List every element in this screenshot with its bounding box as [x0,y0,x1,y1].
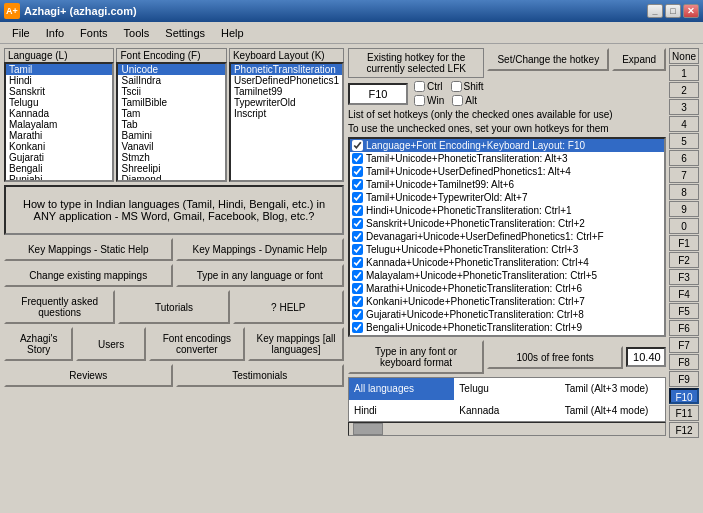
sidebar-number-item[interactable]: F7 [669,337,699,353]
font-encoding-item[interactable]: Diamond [118,174,224,182]
hindi-cell[interactable]: Hindi [349,400,454,422]
hotkey-checkbox[interactable] [352,192,363,203]
story-tab[interactable]: Azhagi's Story [4,327,73,361]
hotkey-list-item[interactable]: Language+Font Encoding+Keyboard Layout: … [350,139,664,152]
key-mappings-tab[interactable]: Key mappings [all languages] [248,327,344,361]
keyboard-header[interactable]: Keyboard Layout (K) [229,48,344,62]
sidebar-number-item[interactable]: 0 [669,218,699,234]
menu-item-help[interactable]: Help [213,25,252,41]
hotkey-list-item[interactable]: Bengali+Unicode+PhoneticTransliteration:… [350,321,664,334]
hotkey-list-item[interactable]: Konkani+Unicode+PhoneticTransliteration:… [350,295,664,308]
keyboard-item[interactable]: Tamilnet99 [231,86,342,97]
font-encoding-item[interactable]: Tab [118,119,224,130]
hotkey-list-item[interactable]: Marathi+Unicode+PhoneticTransliteration:… [350,282,664,295]
sidebar-number-item[interactable]: 1 [669,65,699,81]
ctrl-checkbox[interactable] [414,81,425,92]
sidebar-number-item[interactable]: F6 [669,320,699,336]
hotkey-checkbox[interactable] [352,218,363,229]
sidebar-number-item[interactable]: F8 [669,354,699,370]
testimonials-tab[interactable]: Testimonials [176,364,345,387]
tamil-alt4-cell[interactable]: Tamil (Alt+4 mode) [560,400,665,422]
change-mappings-button[interactable]: Change existing mappings [4,264,173,287]
scrollbar-thumb[interactable] [353,423,383,435]
hotkey-list-item[interactable]: Gujarati+Unicode+PhoneticTransliteration… [350,308,664,321]
hotkey-checkbox[interactable] [352,322,363,333]
sidebar-number-item[interactable]: F2 [669,252,699,268]
key-mappings-static-button[interactable]: Key Mappings - Static Help [4,238,173,261]
shift-checkbox[interactable] [451,81,462,92]
menu-item-info[interactable]: Info [38,25,72,41]
language-item[interactable]: Malayalam [6,119,112,130]
hotkey-list-item[interactable]: Malayalam+Unicode+PhoneticTransliteratio… [350,269,664,282]
menu-item-tools[interactable]: Tools [116,25,158,41]
sidebar-number-item[interactable]: 8 [669,184,699,200]
faq-button[interactable]: Frequently asked questions [4,290,115,324]
hotkey-list-item[interactable]: Tamil+Unicode+Tamilnet99: Alt+6 [350,178,664,191]
sidebar-number-item[interactable]: F3 [669,269,699,285]
sidebar-number-item[interactable]: F11 [669,405,699,421]
language-item[interactable]: Sanskrit [6,86,112,97]
sidebar-number-item[interactable]: F4 [669,286,699,302]
sidebar-number-item[interactable]: F1 [669,235,699,251]
maximize-button[interactable]: □ [665,4,681,18]
sidebar-number-item[interactable]: F12 [669,422,699,438]
hotkeys-list[interactable]: Language+Font Encoding+Keyboard Layout: … [348,137,666,337]
language-item[interactable]: Konkani [6,141,112,152]
font-encoding-item[interactable]: TamilBible [118,97,224,108]
sidebar-number-item[interactable]: 3 [669,99,699,115]
all-languages-cell[interactable]: All languages [349,378,454,400]
win-checkbox[interactable] [414,95,425,106]
shift-checkbox-label[interactable]: Shift [451,81,484,92]
set-hotkey-button[interactable]: Set/Change the hotkey [487,48,609,71]
minimize-button[interactable]: _ [647,4,663,18]
win-checkbox-label[interactable]: Win [414,95,444,106]
keyboard-item[interactable]: UserDefinedPhonetics1 [231,75,342,86]
hotkey-list-item[interactable]: Hindi+Unicode+PhoneticTransliteration: C… [350,204,664,217]
sidebar-number-item[interactable]: F9 [669,371,699,387]
hotkey-checkbox[interactable] [352,309,363,320]
hotkey-checkbox[interactable] [352,153,363,164]
key-mappings-dynamic-button[interactable]: Key Mappings - Dynamic Help [176,238,345,261]
language-item[interactable]: Punjabi [6,174,112,182]
hotkey-list-item[interactable]: Tamil+Unicode+UserDefinedPhonetics1: Alt… [350,165,664,178]
sidebar-number-item[interactable]: 5 [669,133,699,149]
hotkey-checkbox[interactable] [352,244,363,255]
close-button[interactable]: ✕ [683,4,699,18]
sidebar-number-item[interactable]: 9 [669,201,699,217]
reviews-tab[interactable]: Reviews [4,364,173,387]
menu-item-file[interactable]: File [4,25,38,41]
font-encoding-item[interactable]: SailIndra [118,75,224,86]
hotkey-checkbox[interactable] [352,179,363,190]
language-item[interactable]: Kannada [6,108,112,119]
hotkey-checkbox[interactable] [352,270,363,281]
menu-item-settings[interactable]: Settings [157,25,213,41]
language-list[interactable]: TamilHindiSanskritTeluguKannadaMalayalam… [4,62,114,182]
language-item[interactable]: Hindi [6,75,112,86]
hotkey-checkbox[interactable] [352,257,363,268]
hotkey-list-item[interactable]: Telugu+Unicode+PhoneticTransliteration: … [350,243,664,256]
font-encoding-item[interactable]: Stmzh [118,152,224,163]
tutorials-button[interactable]: Tutorials [118,290,229,324]
sidebar-number-item[interactable]: 2 [669,82,699,98]
keyboard-item[interactable]: Inscript [231,108,342,119]
font-encoding-item[interactable]: Shreelipi [118,163,224,174]
expand-button[interactable]: Expand [612,48,666,71]
language-header[interactable]: Language (L) [4,48,114,62]
font-encoding-header[interactable]: Font Encoding (F) [116,48,226,62]
sidebar-number-item[interactable]: 4 [669,116,699,132]
sidebar-number-item[interactable]: 6 [669,150,699,166]
horizontal-scrollbar[interactable] [348,422,666,436]
kannada-cell[interactable]: Kannada [454,400,559,422]
type-font-format-button[interactable]: Type in any font or keyboard format [348,340,484,374]
keyboard-item[interactable]: TypewriterOld [231,97,342,108]
hotkey-checkbox[interactable] [352,140,363,151]
font-encoding-list[interactable]: UnicodeSailIndraTsciiTamilBibleTamTabBam… [116,62,226,182]
sidebar-number-item[interactable]: None [669,48,699,64]
hotkey-checkbox[interactable] [352,231,363,242]
help-button[interactable]: ? HELP [233,290,344,324]
font-encodings-tab[interactable]: Font encodings converter [149,327,245,361]
menu-item-fonts[interactable]: Fonts [72,25,116,41]
font-encoding-item[interactable]: Unicode [118,64,224,75]
users-tab[interactable]: Users [76,327,145,361]
telugu-cell[interactable]: Telugu [454,378,559,400]
